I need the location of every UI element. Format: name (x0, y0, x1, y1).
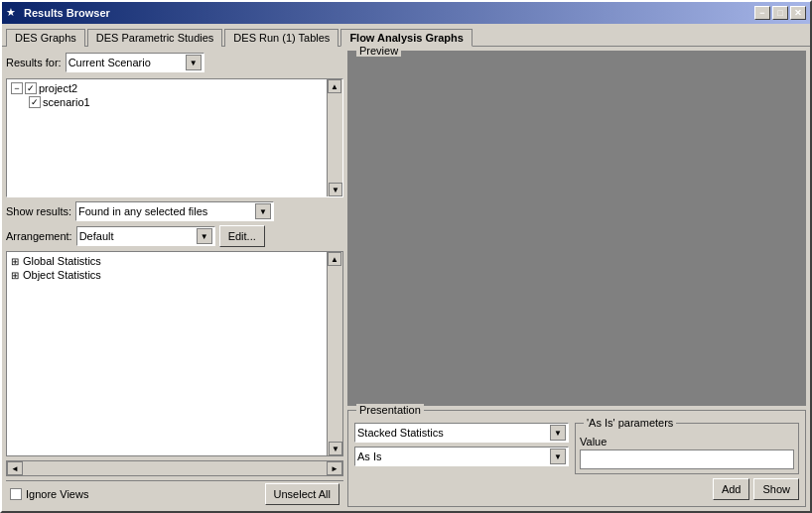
title-bar: ★ Results Browser − □ ✕ (2, 2, 810, 24)
app-icon: ★ (6, 6, 20, 20)
show-results-select[interactable]: Found in any selected files ▼ (75, 201, 274, 221)
results-list[interactable]: ⊞ Global Statistics ⊞ Object Statistics … (6, 251, 343, 456)
value-input[interactable] (580, 449, 794, 469)
pres-select1-arrow: ▼ (550, 425, 566, 441)
results-for-select[interactable]: Current Scenario ▼ (66, 53, 204, 72)
ignore-views-container[interactable]: Ignore Views (10, 488, 88, 500)
pres-select2-arrow: ▼ (550, 449, 566, 464)
list-scrollbar-v[interactable]: ▲ ▼ (327, 252, 342, 455)
presentation-bottom-row: Add Show (354, 478, 799, 500)
tab-des-run-tables[interactable]: DES Run (1) Tables (224, 29, 338, 47)
results-browser-window: ★ Results Browser − □ ✕ DES Graphs DES P… (0, 0, 812, 513)
show-results-arrow: ▼ (255, 203, 271, 219)
add-button[interactable]: Add (713, 478, 750, 500)
list-item-global-statistics[interactable]: ⊞ Global Statistics (9, 254, 340, 268)
preview-label: Preview (356, 47, 401, 57)
show-results-label: Show results: (6, 205, 71, 217)
expand-global: ⊞ (11, 256, 19, 267)
value-label: Value (580, 436, 794, 448)
expand-object: ⊞ (11, 270, 19, 281)
list-scrollbar-up[interactable]: ▲ (328, 252, 341, 266)
arrangement-label: Arrangement: (6, 230, 72, 242)
checkbox-scenario1[interactable] (29, 96, 41, 108)
as-is-group: 'As Is' parameters Value (575, 423, 799, 474)
left-panel: Results for: Current Scenario ▼ − projec… (6, 51, 343, 507)
presentation-selects: Stacked Statistics ▼ As Is ▼ (354, 423, 569, 466)
tree-item-scenario1[interactable]: scenario1 (9, 95, 340, 109)
scrollbar-up[interactable]: ▲ (328, 79, 341, 93)
right-panel: Preview Presentation Stacked Statistics … (347, 51, 806, 507)
arrangement-select[interactable]: Default ▼ (76, 226, 215, 246)
show-results-row: Show results: Found in any selected file… (6, 201, 343, 221)
maximize-button[interactable]: □ (772, 6, 788, 20)
scroll-track (23, 461, 327, 475)
show-button[interactable]: Show (753, 478, 799, 500)
results-for-arrow: ▼ (186, 55, 202, 70)
scroll-right[interactable]: ► (327, 461, 342, 475)
title-buttons: − □ ✕ (754, 6, 806, 20)
expand-project2[interactable]: − (11, 82, 23, 94)
tree-item-project2[interactable]: − project2 (9, 81, 340, 95)
as-is-label: 'As Is' parameters (584, 417, 676, 429)
scrollbar-down[interactable]: ▼ (329, 183, 342, 196)
preview-area (348, 52, 805, 405)
scroll-left[interactable]: ◄ (7, 461, 23, 475)
list-scrollbar-h[interactable]: ◄ ► (6, 460, 343, 476)
checkbox-project2[interactable] (25, 82, 37, 94)
edit-button[interactable]: Edit... (219, 225, 265, 247)
bottom-row: Ignore Views Unselect All (6, 480, 343, 507)
list-scrollbar-down[interactable]: ▼ (329, 442, 342, 455)
window-title: Results Browser (24, 7, 110, 19)
close-button[interactable]: ✕ (790, 6, 806, 20)
presentation-select2[interactable]: As Is ▼ (354, 447, 569, 466)
preview-group: Preview (347, 51, 806, 406)
ignore-views-label: Ignore Views (26, 488, 88, 500)
arrangement-arrow: ▼ (197, 228, 212, 244)
presentation-select1[interactable]: Stacked Statistics ▼ (354, 423, 569, 443)
list-item-object-statistics[interactable]: ⊞ Object Statistics (9, 268, 340, 282)
results-for-label: Results for: (6, 57, 62, 68)
presentation-inner: Stacked Statistics ▼ As Is ▼ 'As Is' par… (354, 423, 799, 474)
results-for-row: Results for: Current Scenario ▼ (6, 51, 343, 74)
tab-bar: DES Graphs DES Parametric Studies DES Ru… (2, 24, 810, 47)
unselect-all-button[interactable]: Unselect All (265, 483, 339, 505)
presentation-label: Presentation (356, 404, 424, 416)
project-tree[interactable]: − project2 scenario1 ▲ ▼ (6, 78, 343, 197)
tab-flow-analysis[interactable]: Flow Analysis Graphs (340, 29, 473, 47)
minimize-button[interactable]: − (754, 6, 770, 20)
tree-scrollbar-v[interactable]: ▲ ▼ (327, 79, 342, 196)
value-row: Value (580, 436, 794, 469)
arrangement-row: Arrangement: Default ▼ Edit... (6, 225, 343, 247)
presentation-group: Presentation Stacked Statistics ▼ As Is … (347, 410, 806, 507)
content-area: Results for: Current Scenario ▼ − projec… (2, 47, 810, 511)
tab-des-parametric[interactable]: DES Parametric Studies (87, 29, 223, 47)
title-bar-left: ★ Results Browser (6, 6, 110, 20)
ignore-views-checkbox[interactable] (10, 488, 22, 500)
tab-des-graphs[interactable]: DES Graphs (6, 29, 85, 47)
